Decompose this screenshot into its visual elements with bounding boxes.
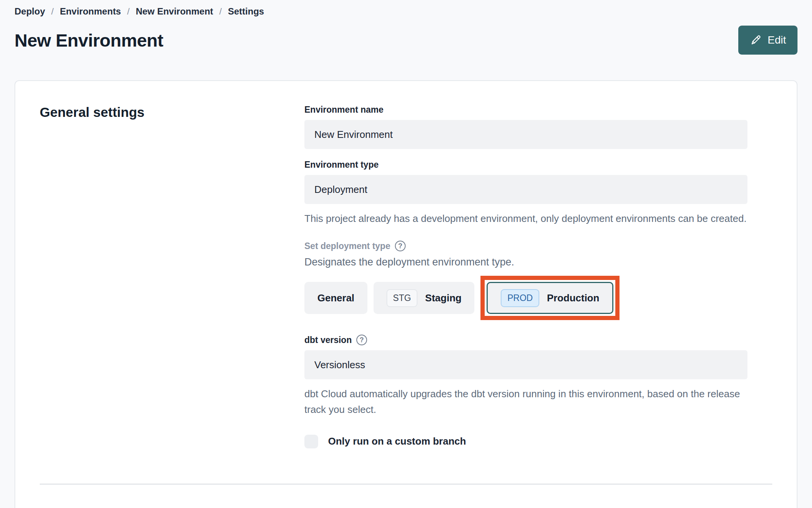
environment-name-label: Environment name [304,105,747,115]
custom-branch-label: Only run on a custom branch [328,435,466,447]
breadcrumb-separator: / [219,6,222,17]
deployment-type-staging-button[interactable]: STG Staging [374,282,475,314]
environment-type-value: Deployment [314,184,367,196]
staging-badge: STG [387,289,417,307]
custom-branch-checkbox[interactable] [304,435,318,448]
deployment-type-description: Designates the deployment environment ty… [304,256,747,268]
breadcrumb: Deploy / Environments / New Environment … [15,6,797,17]
breadcrumb-new-environment[interactable]: New Environment [136,6,213,17]
production-badge: PROD [501,289,539,307]
dbt-version-label-text: dbt version [304,335,352,345]
production-option-label: Production [547,292,599,304]
environment-type-field: Deployment [304,175,747,204]
page-title: New Environment [15,30,163,51]
environment-name-value: New Environment [314,129,393,141]
dbt-version-helper: dbt Cloud automatically upgrades the dbt… [304,386,747,417]
environment-name-field: New Environment [304,120,747,149]
page-header: New Environment Edit [15,25,797,55]
breadcrumb-environments[interactable]: Environments [60,6,121,17]
deployment-type-options: General STG Staging PROD Production [304,276,747,320]
staging-option-label: Staging [425,292,461,304]
environment-type-label: Environment type [304,160,747,170]
deployment-type-general-button[interactable]: General [304,282,367,314]
deployment-type-label: Set deployment type ? [304,241,747,251]
dbt-version-value: Versionless [314,359,365,371]
deployment-type-label-text: Set deployment type [304,241,390,251]
breadcrumb-separator: / [127,6,130,17]
breadcrumb-settings: Settings [228,6,264,17]
breadcrumb-separator: / [51,6,54,17]
deployment-type-production-button[interactable]: PROD Production [487,282,613,314]
environment-type-helper: This project already has a development e… [304,211,747,226]
dbt-version-label: dbt version ? [304,335,747,345]
edit-button[interactable]: Edit [738,26,797,55]
help-icon[interactable]: ? [356,335,367,345]
dbt-version-field: Versionless [304,350,747,379]
page: Deploy / Environments / New Environment … [0,0,812,508]
edit-button-label: Edit [768,34,786,46]
section-divider [40,484,772,485]
settings-form: Environment name New Environment Environ… [304,105,747,448]
annotation-highlight: PROD Production [480,276,620,320]
custom-branch-row: Only run on a custom branch [304,435,747,448]
general-settings-card: General settings Environment name New En… [15,80,797,508]
general-option-label: General [317,292,354,304]
section-heading: General settings [40,105,304,448]
breadcrumb-deploy[interactable]: Deploy [15,6,45,17]
help-icon[interactable]: ? [395,241,406,251]
pencil-icon [750,34,762,46]
